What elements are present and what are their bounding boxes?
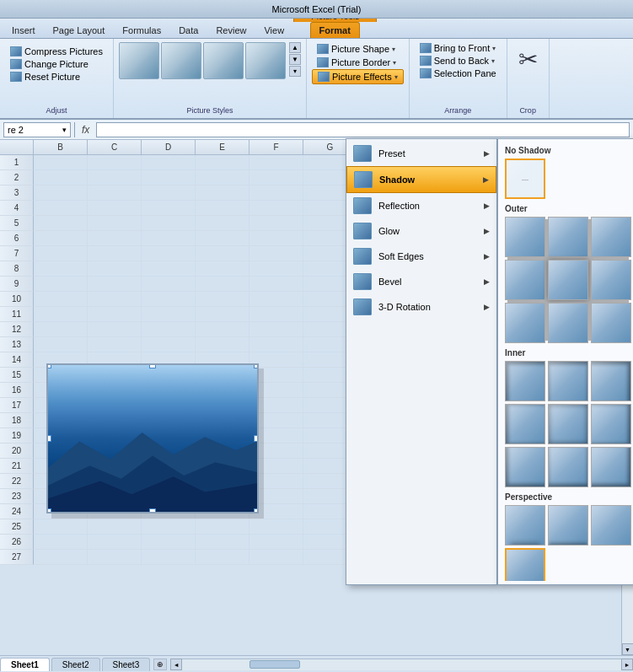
grid-cell[interactable] [196,307,249,322]
grid-cell[interactable] [34,261,88,277]
outer-shadow-4[interactable] [505,260,545,300]
grid-cell[interactable] [142,337,196,352]
inner-shadow-2[interactable] [548,361,588,401]
grid-cell[interactable] [142,185,196,201]
grid-cell[interactable] [249,322,303,337]
grid-cell[interactable] [88,155,142,170]
tab-format[interactable]: Format [310,22,360,38]
perspective-shadow-2[interactable] [548,505,588,546]
inner-shadow-3[interactable] [591,361,631,401]
grid-cell[interactable] [249,550,303,565]
inner-shadow-6[interactable] [591,404,631,444]
outer-shadow-5[interactable] [548,260,588,300]
menu-item-bevel[interactable]: Bevel ▶ [346,269,496,294]
grid-cell[interactable] [249,216,303,231]
grid-cell[interactable] [249,261,303,277]
grid-cell[interactable] [196,550,249,565]
compress-pictures-button[interactable]: Compress Pictures [7,46,106,57]
inner-shadow-4[interactable] [505,404,545,444]
grid-cell[interactable] [34,231,88,246]
grid-cell[interactable] [249,155,303,170]
grid-cell[interactable] [142,292,196,307]
grid-cell[interactable] [249,337,303,352]
menu-item-shadow[interactable]: Shadow ▶ [346,166,496,193]
grid-cell[interactable] [34,322,88,337]
grid-cell[interactable] [142,170,196,185]
styles-more[interactable]: ▾ [289,66,301,77]
outer-shadow-9[interactable] [591,303,631,343]
grid-cell[interactable] [88,185,142,201]
grid-cell[interactable] [142,246,196,261]
grid-cell[interactable] [249,185,303,201]
grid-cell[interactable] [34,337,88,352]
grid-cell[interactable] [249,307,303,322]
grid-cell[interactable] [249,519,303,535]
grid-cell[interactable] [88,246,142,261]
grid-cell[interactable] [88,261,142,277]
grid-cell[interactable] [34,185,88,201]
sheet-tab-1[interactable]: Sheet1 [0,658,50,671]
grid-cell[interactable] [196,292,249,307]
grid-cell[interactable] [142,307,196,322]
grid-cell[interactable] [34,535,88,550]
grid-cell[interactable] [142,231,196,246]
menu-item-3d-rotation[interactable]: 3-D Rotation ▶ [346,294,496,320]
style-thumb-3[interactable] [203,42,244,79]
inner-shadow-1[interactable] [505,361,545,401]
tab-review[interactable]: Review [207,23,255,38]
tab-formulas[interactable]: Formulas [114,23,169,38]
grid-cell[interactable] [88,322,142,337]
tab-view[interactable]: View [255,23,292,38]
sheet-tab-2[interactable]: Sheet2 [51,658,100,671]
bring-to-front-button[interactable]: Bring to Front ▾ [416,42,500,54]
grid-cell[interactable] [196,535,249,550]
grid-cell[interactable] [249,292,303,307]
outer-shadow-6[interactable] [591,260,631,300]
outer-shadow-7[interactable] [505,303,545,343]
grid-cell[interactable] [34,170,88,185]
resize-handle-n[interactable] [149,363,156,368]
grid-cell[interactable] [88,550,142,565]
grid-cell[interactable] [249,231,303,246]
grid-cell[interactable] [34,519,88,535]
grid-cell[interactable] [88,201,142,216]
resize-handle-ne[interactable] [254,363,259,368]
grid-cell[interactable] [88,170,142,185]
style-thumb-2[interactable] [161,42,201,79]
grid-cell[interactable] [196,519,249,535]
inner-shadow-9[interactable] [591,447,631,487]
sheet-tab-3[interactable]: Sheet3 [102,658,151,671]
grid-cell[interactable] [142,201,196,216]
resize-handle-se[interactable] [254,508,259,513]
grid-cell[interactable] [34,201,88,216]
grid-cell[interactable] [88,277,142,292]
picture-shape-button[interactable]: Picture Shape ▾ [312,42,404,56]
grid-cell[interactable] [249,201,303,216]
grid-cell[interactable] [34,550,88,565]
grid-cell[interactable] [142,216,196,231]
grid-cell[interactable] [34,292,88,307]
styles-scroll-down[interactable]: ▼ [289,54,301,65]
grid-cell[interactable] [196,231,249,246]
inner-shadow-8[interactable] [548,447,588,487]
grid-cell[interactable] [196,155,249,170]
grid-cell[interactable] [196,216,249,231]
name-box-arrow[interactable]: ▾ [62,126,67,134]
outer-shadow-8[interactable] [548,303,588,343]
outer-shadow-1[interactable] [505,217,545,257]
send-to-back-button[interactable]: Send to Back ▾ [416,55,500,67]
grid-cell[interactable] [88,535,142,550]
picture-border-button[interactable]: Picture Border ▾ [312,56,404,69]
grid-cell[interactable] [88,292,142,307]
grid-cell[interactable] [88,337,142,352]
grid-cell[interactable] [196,261,249,277]
formula-input[interactable] [96,122,630,137]
grid-cell[interactable] [142,550,196,565]
grid-cell[interactable] [142,155,196,170]
grid-cell[interactable] [34,277,88,292]
menu-item-glow[interactable]: Glow ▶ [346,218,496,244]
inner-shadow-5[interactable] [548,404,588,444]
styles-scroll-up[interactable]: ▲ [289,42,301,53]
change-picture-button[interactable]: Change Picture [7,58,92,70]
grid-cell[interactable] [142,519,196,535]
